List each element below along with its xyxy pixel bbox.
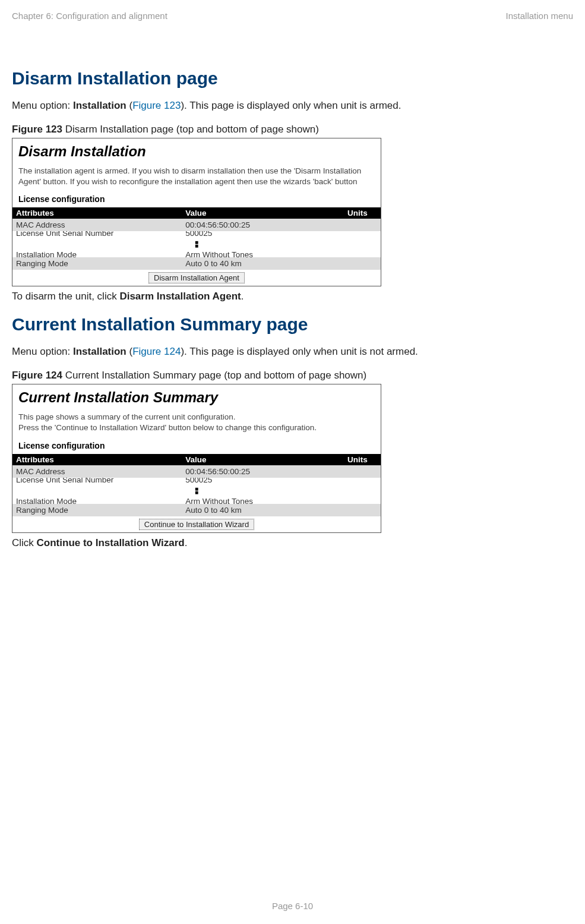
intro-paragraph-1: Menu option: Installation (Figure 123). …: [12, 99, 573, 113]
table-row: MAC Address 00:04:56:50:00:25: [12, 219, 381, 231]
intro-prefix: Menu option:: [12, 100, 73, 111]
panel-title-disarm: Disarm Installation: [12, 138, 381, 163]
panel-description-summary: This page shows a summary of the current…: [12, 409, 381, 440]
cell-val: 500025: [182, 231, 344, 239]
disarm-installation-agent-button[interactable]: Disarm Installation Agent: [148, 272, 245, 283]
table-row-cut: License Unit Serial Number 500025: [12, 478, 381, 486]
intro-prefix: Menu option:: [12, 346, 73, 357]
cell-val: 00:04:56:50:00:25: [182, 465, 344, 478]
figure-caption-124: Figure 124 Current Installation Summary …: [12, 370, 573, 381]
after-prefix: Click: [12, 537, 37, 548]
table-row: Ranging Mode Auto 0 to 40 km: [12, 257, 381, 270]
intro-paragraph-2: Menu option: Installation (Figure 124). …: [12, 345, 573, 359]
license-table-2: Attributes Value Units MAC Address 00:04…: [12, 454, 381, 486]
cell-units: [344, 465, 381, 478]
cell-attr: Ranging Mode: [12, 504, 182, 516]
continue-to-installation-wizard-button[interactable]: Continue to Installation Wizard: [139, 519, 254, 530]
cell-attr: Installation Mode: [12, 249, 182, 257]
cell-val: 00:04:56:50:00:25: [182, 219, 344, 231]
cell-val: Arm Without Tones: [182, 249, 344, 257]
page-header: Chapter 6: Configuration and alignment I…: [12, 11, 573, 21]
panel-description-disarm: The installation agent is armed. If you …: [12, 163, 381, 194]
table-row: MAC Address 00:04:56:50:00:25: [12, 465, 381, 478]
figure-link-124[interactable]: Figure 124: [132, 346, 181, 357]
intro-suffix: ). This page is displayed only when unit…: [181, 346, 418, 357]
cell-attr: License Unit Serial Number: [12, 231, 182, 239]
table-row-cut: License Unit Serial Number 500025: [12, 231, 381, 239]
license-config-heading: License configuration: [12, 194, 381, 207]
th-units: Units: [344, 454, 381, 465]
header-section: Installation menu: [506, 11, 573, 21]
cell-units: [344, 496, 381, 504]
after-bold: Continue to Installation Wizard: [37, 537, 185, 548]
figure-caption-123: Figure 123 Disarm Installation page (top…: [12, 124, 573, 135]
cell-units: [344, 231, 381, 239]
cell-attr: MAC Address: [12, 465, 182, 478]
after-suffix: .: [241, 291, 244, 302]
panel-title-summary: Current Installation Summary: [12, 384, 381, 409]
license-table-1: Attributes Value Units MAC Address 00:04…: [12, 207, 381, 239]
table-header-row: Attributes Value Units: [12, 207, 381, 219]
intro-paren: (: [127, 346, 132, 357]
figure-caption-text: Current Installation Summary page (top a…: [62, 370, 366, 381]
cell-attr: MAC Address: [12, 219, 182, 231]
table-row-cut: Installation Mode Arm Without Tones: [12, 496, 381, 504]
figure-caption-text: Disarm Installation page (top and bottom…: [62, 124, 319, 135]
cell-val: 500025: [182, 478, 344, 486]
cell-units: [344, 478, 381, 486]
th-value: Value: [182, 454, 344, 465]
cell-units: [344, 249, 381, 257]
figure-124-box: Current Installation Summary This page s…: [12, 384, 381, 532]
figure-label: Figure 123: [12, 124, 62, 135]
intro-menu-option: Installation: [73, 346, 127, 357]
header-chapter: Chapter 6: Configuration and alignment: [12, 11, 167, 21]
th-value: Value: [182, 207, 344, 219]
license-table-1b: Installation Mode Arm Without Tones Rang…: [12, 249, 381, 286]
after-figure-text-2: Click Continue to Installation Wizard.: [12, 537, 573, 550]
table-header-row: Attributes Value Units: [12, 454, 381, 465]
ellipsis-dots: ■■: [12, 239, 381, 249]
button-row: Disarm Installation Agent: [12, 270, 381, 286]
cell-units: [344, 504, 381, 516]
ellipsis-dots: ■■: [12, 486, 381, 496]
figure-label: Figure 124: [12, 370, 62, 381]
section-heading-summary: Current Installation Summary page: [12, 314, 573, 335]
button-row: Continue to Installation Wizard: [12, 516, 381, 532]
figure-link-123[interactable]: Figure 123: [132, 100, 181, 111]
th-attributes: Attributes: [12, 454, 182, 465]
license-table-2b: Installation Mode Arm Without Tones Rang…: [12, 496, 381, 532]
figure-123-box: Disarm Installation The installation age…: [12, 138, 381, 286]
cell-val: Auto 0 to 40 km: [182, 504, 344, 516]
cell-val: Auto 0 to 40 km: [182, 257, 344, 270]
table-row: Ranging Mode Auto 0 to 40 km: [12, 504, 381, 516]
intro-menu-option: Installation: [73, 100, 127, 111]
license-config-heading: License configuration: [12, 441, 381, 454]
cell-attr: Installation Mode: [12, 496, 182, 504]
page-number: Page 6-10: [0, 901, 585, 911]
after-suffix: .: [185, 537, 188, 548]
after-figure-text-1: To disarm the unit, click Disarm Install…: [12, 290, 573, 304]
table-row-cut: Installation Mode Arm Without Tones: [12, 249, 381, 257]
section-heading-disarm: Disarm Installation page: [12, 68, 573, 89]
after-bold: Disarm Installation Agent: [119, 291, 241, 302]
cell-attr: Ranging Mode: [12, 257, 182, 270]
intro-paren: (: [127, 100, 132, 111]
th-attributes: Attributes: [12, 207, 182, 219]
after-prefix: To disarm the unit, click: [12, 291, 119, 302]
cell-units: [344, 257, 381, 270]
cell-val: Arm Without Tones: [182, 496, 344, 504]
cell-attr: License Unit Serial Number: [12, 478, 182, 486]
th-units: Units: [344, 207, 381, 219]
cell-units: [344, 219, 381, 231]
intro-suffix: ). This page is displayed only when unit…: [181, 100, 401, 111]
